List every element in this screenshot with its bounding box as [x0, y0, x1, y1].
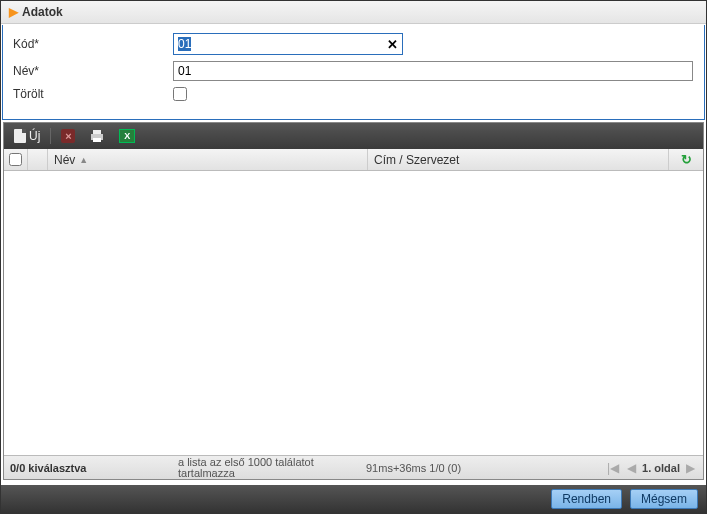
status-timing: 91ms+36ms 1/0 (0): [366, 462, 546, 474]
delete-icon: ×: [61, 129, 75, 143]
col-nev-label: Név: [54, 153, 75, 167]
torolt-checkbox[interactable]: [173, 87, 187, 101]
form-row-kod: Kód* ✕: [13, 33, 694, 55]
print-button[interactable]: [85, 127, 109, 145]
print-icon: [89, 129, 105, 143]
grid-header: Név ▲ Cím / Szervezet ↻: [4, 149, 703, 171]
section-header: ▶ Adatok: [1, 1, 706, 24]
ok-button[interactable]: Rendben: [551, 489, 622, 509]
new-label: Új: [29, 129, 40, 143]
grid: Új × X Név ▲ Cím / Szervezet: [3, 122, 704, 480]
column-header-cim[interactable]: Cím / Szervezet: [368, 149, 669, 170]
nev-input[interactable]: [173, 61, 693, 81]
pager: |◀ ◀ 1. oldal ▶: [605, 461, 697, 475]
form-area: Kód* ✕ Név* Törölt: [2, 25, 705, 120]
dialog: ▶ Adatok Kód* ✕ Név* Törölt Új: [0, 0, 707, 514]
excel-icon: X: [119, 129, 135, 143]
new-button[interactable]: Új: [10, 127, 44, 145]
refresh-icon: ↻: [681, 152, 692, 167]
collapse-arrow-icon[interactable]: ▶: [9, 5, 18, 19]
grid-statusbar: 0/0 kiválasztva a lista az első 1000 tal…: [4, 455, 703, 479]
form-row-torolt: Törölt: [13, 87, 694, 101]
pager-first-icon[interactable]: |◀: [605, 461, 621, 475]
status-note: a lista az első 1000 találatot tartalmaz…: [178, 457, 348, 479]
excel-button[interactable]: X: [115, 127, 139, 145]
sort-asc-icon: ▲: [79, 155, 88, 165]
delete-button[interactable]: ×: [57, 127, 79, 145]
clear-icon[interactable]: ✕: [387, 38, 398, 51]
select-all-checkbox[interactable]: [9, 153, 22, 166]
kod-input[interactable]: [174, 34, 402, 54]
select-all-cell[interactable]: [4, 149, 28, 170]
toolbar-separator: [50, 128, 51, 144]
section-title: Adatok: [22, 5, 63, 19]
pager-page-label: 1. oldal: [642, 462, 680, 474]
header-spacer: [28, 149, 48, 170]
torolt-label: Törölt: [13, 87, 173, 101]
dialog-footer: Rendben Mégsem: [1, 485, 706, 513]
svg-rect-1: [93, 130, 101, 134]
pager-next-icon[interactable]: ▶: [684, 461, 697, 475]
status-selection: 0/0 kiválasztva: [10, 462, 160, 474]
svg-rect-2: [93, 138, 101, 142]
new-file-icon: [14, 129, 26, 143]
grid-toolbar: Új × X: [4, 123, 703, 149]
refresh-button[interactable]: ↻: [669, 149, 703, 170]
grid-body[interactable]: [4, 171, 703, 455]
col-cim-label: Cím / Szervezet: [374, 153, 459, 167]
kod-input-wrap: ✕: [173, 33, 403, 55]
column-header-nev[interactable]: Név ▲: [48, 149, 368, 170]
pager-prev-icon[interactable]: ◀: [625, 461, 638, 475]
nev-label: Név*: [13, 64, 173, 78]
form-row-nev: Név*: [13, 61, 694, 81]
cancel-button[interactable]: Mégsem: [630, 489, 698, 509]
kod-label: Kód*: [13, 37, 173, 51]
